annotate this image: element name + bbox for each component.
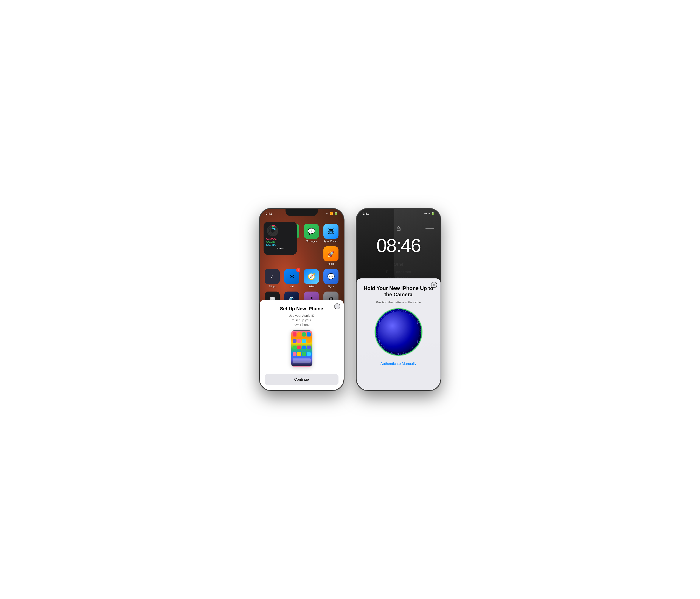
lock-wifi-icon: ● [428,212,430,215]
notification-bar [425,228,434,230]
mini-app-12 [307,345,311,349]
app-icon-apollo: 🚀 [323,246,339,261]
mini-app-10 [297,345,301,349]
mini-app-15 [302,352,306,356]
mini-app-8 [307,339,311,343]
safari-icon: 🧭 [308,273,315,280]
apollo-icon: 🚀 [327,251,335,258]
signal-icon: ▪▪▪ [326,212,329,215]
notch [285,209,318,216]
things-icon: ✓ [270,274,274,280]
mini-app-3 [302,332,306,337]
app-item-signal[interactable]: 💬 Signal [322,269,340,288]
camera-circle [375,308,422,356]
sheet-image-grid [293,332,311,365]
lock-status-icons: ▪▪▪ ● 🔋 [424,212,434,215]
setup-sheet-title: Set Up New iPhone [280,306,323,312]
phones-container: 9:41 ▪▪▪ 📶 🔋 [260,209,441,390]
app-item-appleframes[interactable]: 🖼 Apple Frames [322,224,340,242]
mini-app-7 [302,339,306,343]
app-item-apollo[interactable]: 🚀 Apollo [322,246,340,265]
signal-app-icon: 💬 [327,273,335,280]
fitness-ring-svg [266,224,279,237]
camera-sheet-close-button[interactable]: × [431,282,437,288]
app-icon-safari: 🧭 [304,269,319,284]
fitness-label: Fitness [266,248,294,250]
app-label-mail: Mail [290,285,294,288]
camera-sheet-subtitle: Position the pattern in the circle [376,301,421,304]
camera-sheet: × Hold Your New iPhone Up to the Camera … [356,279,441,390]
wifi-icon: 📶 [330,212,333,215]
app-icon-things: ✓ [265,269,280,284]
app-item-messages[interactable]: 💬 Messages [303,224,320,242]
mini-app-4 [307,332,311,337]
right-iphone: 9:41 ▪▪▪ ● 🔋 [356,209,441,390]
authenticate-manually-button[interactable]: Authenticate Manually [380,362,417,366]
lock-time: 08:46 [356,235,441,257]
app-item-safari[interactable]: 🧭 Safari [303,269,320,288]
lock-screen: 9:41 ▪▪▪ ● 🔋 [356,209,441,390]
setup-sheet-close-button[interactable]: × [334,303,340,309]
mini-dock [293,359,311,363]
mail-icon: ✉ [290,273,294,280]
fitness-stats: 36/300CAL 1/30MIN 2/10HRS [266,238,294,246]
lock-status-bar: 9:41 ▪▪▪ ● 🔋 [356,212,441,215]
setup-continue-button[interactable]: Continue [265,374,339,385]
app-label-apollo: Apollo [328,262,334,265]
bg-text-passcode: P— —ode from [359,269,439,275]
setup-sheet-subtitle: Use your Apple IDto set up yournew iPhon… [289,313,315,327]
app-label-safari: Safari [308,285,315,288]
mini-app-11 [302,345,306,349]
camera-sheet-title: Hold Your New iPhone Up to the Camera [362,285,435,298]
appleframes-icon: 🖼 [328,228,334,235]
lock-battery-icon: 🔋 [431,212,434,215]
mini-app-1 [293,332,297,337]
mini-app-16 [307,352,311,356]
lock-status-time: 9:41 [362,212,369,215]
status-icons: ▪▪▪ 📶 🔋 [326,212,338,215]
mini-app-9 [293,345,297,349]
setup-iphone-image [291,330,312,367]
setup-sheet: × Set Up New iPhone Use your Apple IDto … [260,300,344,390]
battery-icon: 🔋 [334,212,338,215]
fitness-hours: 2/10HRS [266,244,294,246]
app-label-messages: Messages [306,240,317,242]
right-screen: 9:41 ▪▪▪ ● 🔋 [356,209,441,390]
app-label-things: Things [269,285,276,288]
fitness-widget[interactable]: 36/300CAL 1/30MIN 2/10HRS Fitness [264,222,297,255]
mini-app-13 [293,352,297,356]
lock-icon [396,226,401,232]
lock-bg-text: Othe P— —ode from other iPhone. [359,260,439,281]
svg-rect-6 [397,228,400,231]
mail-badge: 1 [296,268,300,272]
mini-app-14 [297,352,301,356]
fitness-calories: 36/300CAL [266,238,294,240]
left-iphone: 9:41 ▪▪▪ 📶 🔋 [260,209,344,390]
fitness-minutes: 1/30MIN [266,241,294,243]
messages-icon: 💬 [308,228,315,235]
mini-app-2 [297,332,301,337]
home-screen: 9:41 ▪▪▪ 📶 🔋 [260,209,344,390]
app-item-things[interactable]: ✓ Things [264,269,281,288]
app-icon-messages: 💬 [304,224,319,239]
app-icon-appleframes: 🖼 [323,224,339,239]
app-icon-signal: 💬 [323,269,339,284]
app-label-appleframes: Apple Frames [324,240,338,242]
mini-app-6 [297,339,301,343]
app-icon-mail: ✉ 1 [284,269,299,284]
camera-circle-inner [378,311,419,353]
mini-app-5 [293,339,297,343]
bg-text-other: Othe [359,260,439,268]
app-item-mail[interactable]: ✉ 1 Mail [283,269,301,288]
lock-signal-icon: ▪▪▪ [424,212,427,215]
app-label-signal: Signal [328,285,334,288]
status-time: 9:41 [266,212,272,215]
left-screen: 9:41 ▪▪▪ 📶 🔋 [260,209,344,390]
